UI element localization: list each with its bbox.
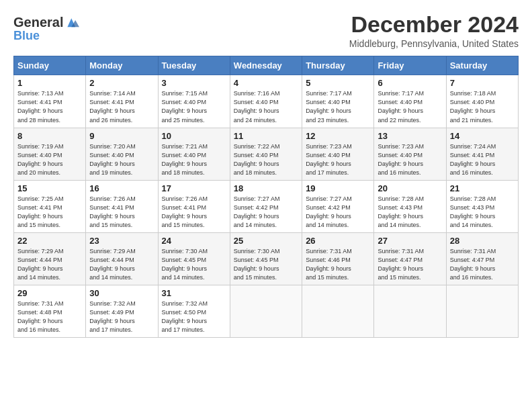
day-number: 8 <box>17 131 82 141</box>
day-info: Sunrise: 7:27 AMSunset: 4:42 PMDaylight:… <box>306 195 370 230</box>
week-row-1: 1Sunrise: 7:13 AMSunset: 4:41 PMDaylight… <box>14 75 519 128</box>
day-number: 10 <box>162 131 226 141</box>
day-number: 7 <box>450 78 515 88</box>
day-cell <box>230 285 302 338</box>
header-wednesday: Wednesday <box>230 56 302 75</box>
day-info: Sunrise: 7:20 AMSunset: 4:40 PMDaylight:… <box>89 142 154 177</box>
page: General Blue December 2024 Middleburg, P… <box>0 0 532 345</box>
logo-icon <box>64 15 79 30</box>
week-row-4: 22Sunrise: 7:29 AMSunset: 4:44 PMDayligh… <box>14 232 519 285</box>
day-cell: 29Sunrise: 7:31 AMSunset: 4:48 PMDayligh… <box>14 285 86 338</box>
day-number: 13 <box>378 131 442 141</box>
day-number: 20 <box>378 183 442 193</box>
day-number: 1 <box>17 78 82 88</box>
day-number: 31 <box>162 288 226 298</box>
day-number: 17 <box>162 183 226 193</box>
day-info: Sunrise: 7:16 AMSunset: 4:40 PMDaylight:… <box>234 89 298 124</box>
day-number: 14 <box>450 131 515 141</box>
day-info: Sunrise: 7:22 AMSunset: 4:40 PMDaylight:… <box>234 142 298 177</box>
day-number: 9 <box>89 131 154 141</box>
day-number: 15 <box>17 183 82 193</box>
day-info: Sunrise: 7:27 AMSunset: 4:42 PMDaylight:… <box>234 195 298 230</box>
day-cell: 21Sunrise: 7:28 AMSunset: 4:43 PMDayligh… <box>446 180 518 232</box>
day-cell: 6Sunrise: 7:17 AMSunset: 4:40 PMDaylight… <box>374 75 446 128</box>
day-number: 4 <box>234 78 298 88</box>
day-cell: 3Sunrise: 7:15 AMSunset: 4:40 PMDaylight… <box>158 75 230 128</box>
day-number: 25 <box>234 236 298 246</box>
day-cell: 28Sunrise: 7:31 AMSunset: 4:47 PMDayligh… <box>446 232 518 285</box>
title-block: December 2024 Middleburg, Pennsylvania, … <box>349 12 519 49</box>
day-number: 21 <box>450 183 515 193</box>
header: General Blue December 2024 Middleburg, P… <box>13 12 519 49</box>
day-cell: 26Sunrise: 7:31 AMSunset: 4:46 PMDayligh… <box>302 232 374 285</box>
day-cell <box>446 285 518 338</box>
day-number: 23 <box>89 236 154 246</box>
day-cell: 11Sunrise: 7:22 AMSunset: 4:40 PMDayligh… <box>230 128 302 180</box>
day-number: 16 <box>89 183 154 193</box>
day-info: Sunrise: 7:24 AMSunset: 4:41 PMDaylight:… <box>450 142 515 177</box>
day-number: 19 <box>306 183 370 193</box>
day-number: 2 <box>89 78 154 88</box>
day-cell: 7Sunrise: 7:18 AMSunset: 4:40 PMDaylight… <box>446 75 518 128</box>
day-info: Sunrise: 7:29 AMSunset: 4:44 PMDaylight:… <box>89 247 154 282</box>
week-row-5: 29Sunrise: 7:31 AMSunset: 4:48 PMDayligh… <box>14 285 519 338</box>
header-friday: Friday <box>374 56 446 75</box>
day-cell: 10Sunrise: 7:21 AMSunset: 4:40 PMDayligh… <box>158 128 230 180</box>
day-cell: 5Sunrise: 7:17 AMSunset: 4:40 PMDaylight… <box>302 75 374 128</box>
day-info: Sunrise: 7:29 AMSunset: 4:44 PMDaylight:… <box>17 247 82 282</box>
day-cell: 31Sunrise: 7:32 AMSunset: 4:50 PMDayligh… <box>158 285 230 338</box>
day-cell: 4Sunrise: 7:16 AMSunset: 4:40 PMDaylight… <box>230 75 302 128</box>
calendar-table: SundayMondayTuesdayWednesdayThursdayFrid… <box>13 56 519 338</box>
day-info: Sunrise: 7:21 AMSunset: 4:40 PMDaylight:… <box>162 142 226 177</box>
month-title: December 2024 <box>349 12 519 37</box>
day-info: Sunrise: 7:32 AMSunset: 4:50 PMDaylight:… <box>162 300 226 334</box>
location: Middleburg, Pennsylvania, United States <box>349 38 519 49</box>
day-info: Sunrise: 7:26 AMSunset: 4:41 PMDaylight:… <box>89 195 154 230</box>
logo: General Blue <box>13 15 79 42</box>
header-tuesday: Tuesday <box>158 56 230 75</box>
day-info: Sunrise: 7:31 AMSunset: 4:48 PMDaylight:… <box>17 300 82 334</box>
day-info: Sunrise: 7:26 AMSunset: 4:41 PMDaylight:… <box>162 195 226 230</box>
day-number: 6 <box>378 78 442 88</box>
week-row-2: 8Sunrise: 7:19 AMSunset: 4:40 PMDaylight… <box>14 128 519 180</box>
day-info: Sunrise: 7:13 AMSunset: 4:41 PMDaylight:… <box>17 89 82 124</box>
day-cell: 24Sunrise: 7:30 AMSunset: 4:45 PMDayligh… <box>158 232 230 285</box>
day-number: 22 <box>17 236 82 246</box>
day-info: Sunrise: 7:17 AMSunset: 4:40 PMDaylight:… <box>306 89 370 124</box>
day-cell: 2Sunrise: 7:14 AMSunset: 4:41 PMDaylight… <box>86 75 158 128</box>
day-cell <box>374 285 446 338</box>
day-number: 29 <box>17 288 82 298</box>
day-cell: 16Sunrise: 7:26 AMSunset: 4:41 PMDayligh… <box>86 180 158 232</box>
day-cell: 9Sunrise: 7:20 AMSunset: 4:40 PMDaylight… <box>86 128 158 180</box>
day-cell: 15Sunrise: 7:25 AMSunset: 4:41 PMDayligh… <box>14 180 86 232</box>
day-cell: 14Sunrise: 7:24 AMSunset: 4:41 PMDayligh… <box>446 128 518 180</box>
day-cell: 19Sunrise: 7:27 AMSunset: 4:42 PMDayligh… <box>302 180 374 232</box>
day-number: 5 <box>306 78 370 88</box>
day-number: 28 <box>450 236 515 246</box>
logo-line2: Blue <box>13 30 79 42</box>
day-cell: 22Sunrise: 7:29 AMSunset: 4:44 PMDayligh… <box>14 232 86 285</box>
header-monday: Monday <box>86 56 158 75</box>
day-info: Sunrise: 7:30 AMSunset: 4:45 PMDaylight:… <box>162 247 226 282</box>
header-sunday: Sunday <box>14 56 86 75</box>
day-info: Sunrise: 7:28 AMSunset: 4:43 PMDaylight:… <box>378 195 442 230</box>
day-info: Sunrise: 7:31 AMSunset: 4:47 PMDaylight:… <box>378 247 442 282</box>
day-number: 24 <box>162 236 226 246</box>
day-cell: 27Sunrise: 7:31 AMSunset: 4:47 PMDayligh… <box>374 232 446 285</box>
calendar-header-row: SundayMondayTuesdayWednesdayThursdayFrid… <box>14 56 519 75</box>
day-cell: 17Sunrise: 7:26 AMSunset: 4:41 PMDayligh… <box>158 180 230 232</box>
day-cell <box>302 285 374 338</box>
day-number: 26 <box>306 236 370 246</box>
day-cell: 23Sunrise: 7:29 AMSunset: 4:44 PMDayligh… <box>86 232 158 285</box>
day-info: Sunrise: 7:19 AMSunset: 4:40 PMDaylight:… <box>17 142 82 177</box>
day-info: Sunrise: 7:31 AMSunset: 4:46 PMDaylight:… <box>306 247 370 282</box>
day-info: Sunrise: 7:23 AMSunset: 4:40 PMDaylight:… <box>306 142 370 177</box>
day-cell: 30Sunrise: 7:32 AMSunset: 4:49 PMDayligh… <box>86 285 158 338</box>
day-info: Sunrise: 7:25 AMSunset: 4:41 PMDaylight:… <box>17 195 82 230</box>
day-info: Sunrise: 7:28 AMSunset: 4:43 PMDaylight:… <box>450 195 515 230</box>
day-cell: 18Sunrise: 7:27 AMSunset: 4:42 PMDayligh… <box>230 180 302 232</box>
header-thursday: Thursday <box>302 56 374 75</box>
day-number: 12 <box>306 131 370 141</box>
logo-line1: General <box>13 15 63 29</box>
day-cell: 1Sunrise: 7:13 AMSunset: 4:41 PMDaylight… <box>14 75 86 128</box>
